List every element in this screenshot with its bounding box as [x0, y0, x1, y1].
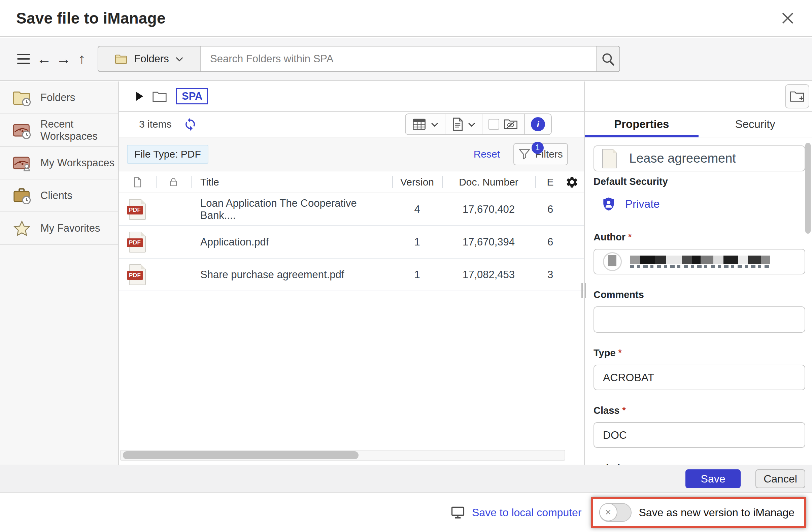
forward-button[interactable]: → — [54, 47, 73, 71]
action-bar: Save Cancel — [0, 465, 812, 492]
class-field[interactable]: DOC — [594, 422, 805, 448]
title-cell: Application.pdf — [191, 226, 392, 258]
default-security-label: Default Security — [594, 176, 805, 187]
page-icon — [132, 176, 143, 188]
save-version-toggle[interactable]: × — [599, 503, 632, 522]
type-field[interactable]: ACROBAT — [594, 365, 805, 390]
document-title-field[interactable]: Lease agreeement — [594, 145, 805, 171]
panel-body: Lease agreeement Default Security Privat… — [585, 138, 812, 465]
type-label: Type* — [594, 347, 805, 359]
breadcrumb-expand-icon[interactable] — [136, 92, 143, 101]
menu-button[interactable] — [13, 47, 34, 71]
select-all-checkbox[interactable] — [489, 119, 499, 130]
funnel-icon — [519, 148, 531, 160]
panel-top-row — [585, 82, 812, 112]
new-folder-button[interactable] — [785, 84, 809, 109]
sidebar-item-label: Recent Workspaces — [40, 118, 118, 142]
search-input[interactable] — [201, 46, 596, 71]
security-private-link[interactable]: Private — [594, 196, 660, 212]
tab-properties[interactable]: Properties — [585, 112, 698, 137]
empty-list-space — [119, 291, 584, 465]
doc-number-cell: 17,082,453 — [442, 259, 535, 291]
document-title-value: Lease agreeement — [629, 151, 736, 166]
table-row[interactable]: PDF Loan Application The Cooperative Ban… — [119, 193, 584, 226]
workspace-user-icon — [12, 155, 32, 171]
document-view-button[interactable] — [445, 114, 482, 134]
items-count: 3 items — [139, 118, 172, 130]
info-button[interactable]: i — [524, 114, 551, 134]
sidebar-item-recent-workspaces[interactable]: Recent Workspaces — [0, 114, 118, 147]
selection-options — [482, 114, 524, 134]
breadcrumb-folder-spa[interactable]: SPA — [176, 88, 208, 104]
filters-count-badge: 1 — [532, 142, 544, 154]
edit-cell: 6 — [535, 193, 565, 225]
doc-number-cell: 17,670,402 — [442, 193, 535, 225]
save-local-label: Save to local computer — [472, 506, 582, 519]
comments-label: Comments — [594, 289, 805, 300]
lock-cell — [156, 226, 191, 258]
chevron-down-icon — [468, 122, 476, 127]
lock-icon — [168, 176, 179, 188]
toggle-off-icon: × — [599, 503, 618, 521]
save-button[interactable]: Save — [685, 469, 741, 488]
filter-bar: File Type: PDF Reset 1 Filters — [119, 138, 584, 171]
table-row[interactable]: PDF Application.pdf 1 17,670,394 6 — [119, 226, 584, 259]
dialog-title: Save file to iManage — [16, 9, 165, 27]
version-cell: 1 — [392, 259, 442, 291]
view-controls: i — [405, 114, 552, 135]
pdf-file-icon: PDF — [129, 199, 146, 220]
table-row[interactable]: PDF Share purchase agreement.pdf 1 17,08… — [119, 259, 584, 291]
document-icon — [451, 117, 464, 131]
cancel-button[interactable]: Cancel — [755, 469, 805, 488]
dialog-content: Folders Recent Workspaces My Workspaces … — [0, 82, 812, 465]
breadcrumb-folder-icon — [152, 89, 167, 103]
comments-field[interactable] — [594, 306, 805, 333]
author-redacted-value — [630, 256, 771, 268]
class-label: Class* — [594, 405, 805, 416]
search-button[interactable] — [596, 46, 620, 71]
sidebar-item-label: Clients — [40, 190, 72, 202]
column-edit-truncated[interactable]: E — [535, 171, 565, 192]
filter-chip[interactable]: File Type: PDF — [127, 145, 208, 164]
info-icon: i — [531, 117, 545, 131]
horizontal-scrollbar[interactable] — [120, 450, 565, 461]
column-doc-number[interactable]: Doc. Number — [442, 171, 535, 192]
filters-button[interactable]: 1 Filters — [513, 143, 568, 165]
bottom-bar: Save to local computer × Save as new ver… — [0, 492, 812, 532]
version-cell: 1 — [392, 226, 442, 258]
save-local-link[interactable]: Save to local computer — [450, 505, 582, 520]
column-version[interactable]: Version — [392, 171, 442, 192]
scope-dropdown[interactable]: Folders — [98, 46, 201, 71]
sidebar-item-my-workspaces[interactable]: My Workspaces — [0, 147, 118, 179]
sidebar-item-label: Folders — [40, 91, 75, 104]
toolbar: ← → ↑ Folders — [0, 38, 812, 81]
hidden-folder-icon[interactable] — [503, 117, 518, 131]
table-view-button[interactable] — [406, 114, 445, 134]
reset-filters-button[interactable]: Reset — [474, 148, 500, 160]
column-title[interactable]: Title — [191, 171, 392, 192]
refresh-button[interactable] — [183, 117, 197, 131]
security-private-value: Private — [625, 198, 660, 211]
author-field[interactable] — [594, 249, 805, 274]
column-settings-button[interactable] — [565, 171, 584, 192]
folder-icon — [114, 53, 128, 64]
column-doc-icon[interactable] — [119, 171, 156, 192]
file-list-area: SPA 3 items — [119, 82, 584, 465]
folder-clock-icon — [12, 89, 32, 106]
horizontal-scrollbar-thumb[interactable] — [123, 451, 359, 459]
up-button[interactable]: ↑ — [73, 47, 90, 71]
table-header: Title Version Doc. Number E — [119, 171, 584, 193]
gear-icon — [565, 175, 579, 189]
sidebar-item-clients[interactable]: Clients — [0, 179, 118, 212]
tab-security[interactable]: Security — [698, 112, 812, 137]
chevron-down-icon — [431, 122, 439, 127]
panel-scrollbar-thumb[interactable] — [805, 143, 811, 234]
close-button[interactable] — [778, 9, 797, 28]
sidebar-item-folders[interactable]: Folders — [0, 82, 118, 114]
sidebar-item-label: My Workspaces — [40, 157, 114, 169]
save-version-label: Save as new version to iManage — [639, 506, 795, 519]
column-lock-icon[interactable] — [156, 171, 191, 192]
sidebar-item-my-favorites[interactable]: My Favorites — [0, 212, 118, 245]
back-button[interactable]: ← — [34, 47, 54, 71]
breadcrumb: SPA — [119, 82, 584, 112]
